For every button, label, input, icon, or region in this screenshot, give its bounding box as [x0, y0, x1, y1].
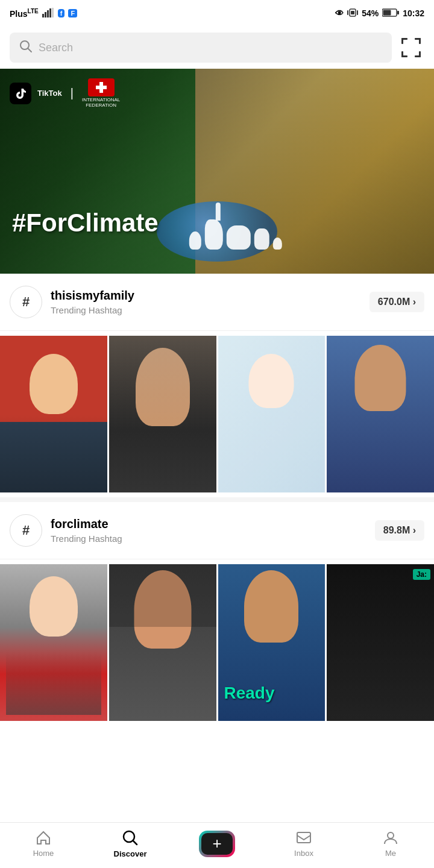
video-thumb-2-3[interactable]: Ready [218, 564, 326, 721]
search-icon [19, 40, 33, 55]
hashtag-info-1: # thisismyfamily Trending Hashtag [10, 286, 134, 318]
home-icon [35, 829, 52, 846]
discover-label: Discover [114, 849, 147, 858]
bottom-nav: Home Discover + Inbox Me [0, 822, 434, 868]
me-icon [382, 829, 399, 846]
hashtag-text-1: thisismyfamily Trending Hashtag [51, 289, 134, 315]
video-thumb-2-4[interactable]: Ja: [327, 564, 434, 721]
hashtag-count-2[interactable]: 89.8M › [375, 520, 424, 541]
eye-icon: 👁 [335, 8, 344, 18]
video-grid-2: Ready Ja: [0, 559, 434, 726]
ready-label: Ready [224, 684, 275, 702]
hashtag-type-2: Trending Hashtag [51, 533, 122, 544]
hashtag-icon-1: # [10, 286, 42, 318]
video-thumb-2-2[interactable] [109, 564, 216, 721]
status-left: PlusLTE f F [10, 8, 77, 19]
search-placeholder: Search [39, 42, 73, 54]
hashtag-section-2: # forclimate Trending Hashtag 89.8M › [0, 502, 434, 726]
hashtag-type-1: Trending Hashtag [51, 305, 134, 315]
banner[interactable]: TikTok | INTERNATIONALFEDERATION [0, 69, 434, 274]
banner-divider: | [71, 86, 74, 100]
animal-large [227, 225, 251, 250]
carrier-label: PlusLTE [10, 8, 39, 19]
svg-rect-2 [47, 10, 49, 17]
video-thumb-1-1[interactable] [0, 336, 107, 492]
discover-icon [121, 829, 139, 847]
svg-rect-6 [351, 11, 354, 14]
animal-small-1 [189, 231, 201, 250]
nav-home[interactable]: Home [19, 829, 68, 858]
hashtag-text-2: forclimate Trending Hashtag [51, 517, 122, 544]
svg-point-27 [388, 832, 394, 838]
hashtag-info-2: # forclimate Trending Hashtag [10, 514, 122, 547]
svg-rect-17 [419, 38, 421, 44]
banner-title: #ForClimate [12, 209, 159, 237]
hashtag-section-1: # thisismyfamily Trending Hashtag 670.0M… [0, 274, 434, 497]
tiktok-mark [10, 83, 31, 104]
animal-giraffe [205, 219, 223, 250]
red-cross-badge [88, 78, 115, 96]
svg-rect-21 [419, 51, 421, 57]
search-input-wrapper[interactable]: Search [10, 33, 392, 63]
red-cross-label: INTERNATIONALFEDERATION [82, 98, 120, 108]
svg-rect-19 [401, 51, 403, 57]
animal-medium [254, 228, 269, 250]
svg-line-25 [133, 841, 137, 845]
battery-icon [382, 8, 399, 19]
svg-rect-0 [42, 14, 44, 17]
hashtag-name-1: thisismyfamily [51, 289, 134, 303]
nav-inbox[interactable]: Inbox [280, 829, 328, 858]
video-thumb-1-3[interactable] [218, 336, 326, 492]
battery-text: 54% [362, 8, 379, 18]
home-label: Home [33, 849, 54, 858]
section-divider [0, 497, 434, 502]
svg-rect-1 [45, 12, 46, 17]
inbox-icon [295, 829, 312, 846]
tiktok-label: TikTok [37, 89, 62, 98]
hashtag-count-1[interactable]: 670.0M › [370, 292, 424, 312]
time-label: 10:32 [403, 8, 424, 18]
nav-create[interactable]: + [193, 831, 241, 857]
nav-me[interactable]: Me [366, 829, 415, 858]
svg-rect-10 [383, 10, 391, 15]
status-right: 👁 54% 10:32 [335, 8, 424, 19]
svg-rect-7 [347, 10, 348, 15]
svg-rect-4 [52, 8, 54, 17]
animals-silhouette [189, 219, 282, 250]
status-bar: PlusLTE f F 👁 [0, 0, 434, 27]
svg-line-13 [28, 48, 31, 52]
svg-rect-11 [397, 11, 399, 14]
inbox-label: Inbox [294, 849, 313, 858]
tiktok-logo: TikTok | INTERNATIONALFEDERATION [10, 78, 120, 108]
svg-rect-15 [401, 38, 403, 44]
me-label: Me [385, 849, 396, 858]
plus-inner: + [201, 833, 233, 855]
hashtag-name-2: forclimate [51, 517, 122, 531]
search-bar-container: Search [0, 27, 434, 69]
plus-button[interactable]: + [199, 831, 235, 857]
vpn-icon: f [58, 9, 65, 17]
scan-icon[interactable] [398, 34, 424, 61]
signal-icon [42, 8, 54, 19]
nav-discover[interactable]: Discover [106, 829, 154, 858]
thumb-badge: Ja: [413, 569, 430, 580]
hashtag-icon-2: # [10, 514, 42, 547]
video-thumb-1-4[interactable] [327, 336, 434, 492]
fb-icon: F [68, 9, 77, 17]
svg-rect-8 [357, 10, 358, 15]
animal-small-2 [273, 237, 282, 250]
video-grid-1 [0, 331, 434, 497]
vibrate-icon [347, 8, 358, 19]
video-thumb-2-1[interactable] [0, 564, 107, 721]
video-thumb-1-2[interactable] [109, 336, 216, 492]
svg-rect-3 [49, 8, 51, 17]
red-cross-container: INTERNATIONALFEDERATION [82, 78, 120, 108]
svg-rect-23 [96, 86, 107, 89]
svg-rect-26 [297, 832, 310, 843]
